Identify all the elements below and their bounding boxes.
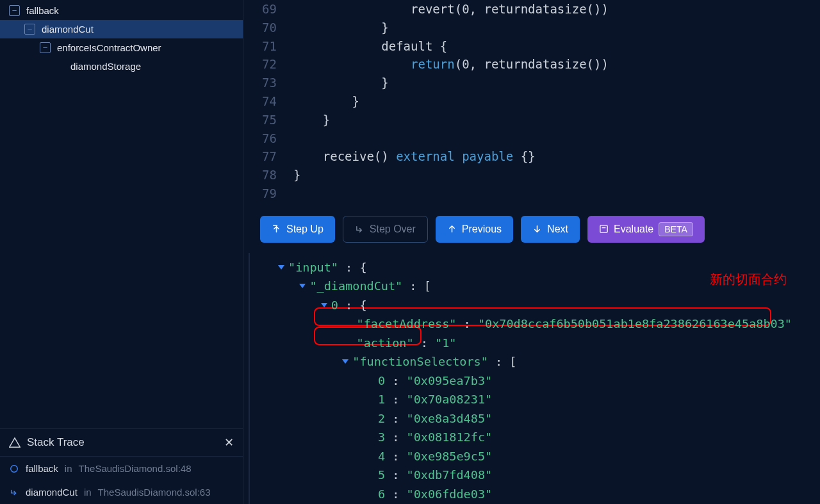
spacer bbox=[0, 77, 243, 428]
code-line: 72 return(0, returndatasize()) bbox=[243, 55, 820, 74]
json-line[interactable]: "_diamondCut" : [ bbox=[278, 277, 820, 296]
stack-trace-body: fallbackinTheSaudisDiamond.sol:48diamond… bbox=[0, 457, 243, 504]
tree-label: fallback bbox=[26, 5, 59, 16]
code-line: 78} bbox=[243, 166, 820, 184]
code-line: 77 receive() external payable {} bbox=[243, 147, 820, 166]
code-line: 74 } bbox=[243, 92, 820, 111]
step-up-label: Step Up bbox=[286, 224, 324, 235]
json-line[interactable]: 0 : { bbox=[278, 296, 820, 315]
json-viewer: 新的切面合约 "input" : { "_diamondCut" : [ 0 :… bbox=[249, 253, 820, 504]
arrow-up-icon bbox=[447, 224, 457, 234]
expand-icon[interactable] bbox=[342, 359, 348, 364]
step-up-button[interactable]: Step Up bbox=[260, 216, 335, 243]
expand-icon[interactable] bbox=[299, 284, 306, 288]
code-line: 70 } bbox=[243, 19, 820, 37]
stack-func: diamondCut bbox=[26, 487, 78, 498]
code-text: } bbox=[293, 92, 359, 111]
main-pane: 69 revert(0, returndatasize())70 }71 def… bbox=[243, 0, 820, 504]
stack-row[interactable]: diamondCutinTheSaudisDiamond.sol:63 bbox=[0, 480, 243, 504]
stack-in: in bbox=[65, 463, 72, 474]
warning-icon bbox=[9, 437, 20, 448]
code-editor: 69 revert(0, returndatasize())70 }71 def… bbox=[243, 0, 820, 203]
close-icon[interactable]: ✕ bbox=[224, 435, 234, 450]
code-text: revert(0, returndatasize()) bbox=[293, 0, 609, 19]
stack-row[interactable]: fallbackinTheSaudisDiamond.sol:48 bbox=[0, 457, 243, 480]
previous-label: Previous bbox=[462, 224, 502, 235]
stack-location: TheSaudisDiamond.sol:63 bbox=[98, 487, 211, 498]
json-line[interactable]: 3 : "0x081812fc" bbox=[278, 428, 820, 447]
step-over-button[interactable]: Step Over bbox=[343, 216, 428, 243]
json-line[interactable]: 4 : "0xe985e9c5" bbox=[278, 447, 820, 466]
step-over-label: Step Over bbox=[370, 224, 416, 235]
json-line[interactable]: 0 : "0x095ea7b3" bbox=[278, 371, 820, 391]
line-number: 69 bbox=[243, 0, 293, 19]
evaluate-label: Evaluate bbox=[614, 224, 653, 235]
code-line: 71 default { bbox=[243, 37, 820, 56]
tree-label: enforceIsContractOwner bbox=[57, 42, 161, 53]
code-line: 79 bbox=[243, 184, 820, 203]
line-number: 71 bbox=[243, 37, 293, 56]
code-text: } bbox=[293, 111, 330, 129]
collapse-icon[interactable]: − bbox=[9, 5, 20, 16]
line-number: 70 bbox=[243, 19, 293, 37]
enter-icon bbox=[9, 487, 19, 498]
json-line[interactable]: "input" : { bbox=[278, 258, 820, 277]
tree-label: diamondCut bbox=[42, 24, 94, 35]
line-number: 78 bbox=[243, 166, 293, 184]
expand-icon[interactable] bbox=[321, 303, 327, 307]
line-number: 79 bbox=[243, 184, 293, 203]
collapse-icon[interactable]: − bbox=[40, 42, 51, 53]
code-text: } bbox=[293, 19, 389, 37]
stack-trace-header: Stack Trace ✕ bbox=[0, 428, 243, 457]
code-text: return(0, returndatasize()) bbox=[293, 55, 609, 74]
json-line[interactable]: 5 : "0xdb7fd408" bbox=[278, 466, 820, 485]
json-line[interactable]: "facetAddress" : "0x70d8ccaf6b50b051ab1e… bbox=[278, 314, 820, 334]
debug-toolbar: Step Up Step Over Previous Next Evaluate bbox=[243, 203, 820, 253]
code-line: 69 revert(0, returndatasize()) bbox=[243, 0, 820, 19]
stack-location: TheSaudisDiamond.sol:48 bbox=[79, 463, 192, 474]
arrow-down-icon bbox=[532, 224, 542, 234]
code-text: receive() external payable {} bbox=[293, 147, 536, 166]
stack-trace-title: Stack Trace bbox=[27, 436, 224, 449]
line-number: 73 bbox=[243, 74, 293, 92]
json-line[interactable]: 1 : "0x70a08231" bbox=[278, 390, 820, 409]
json-line[interactable]: 2 : "0xe8a3d485" bbox=[278, 409, 820, 428]
arrow-over-icon bbox=[355, 224, 365, 234]
stack-func: fallback bbox=[26, 463, 58, 474]
call-tree: −fallback−diamondCut−enforceIsContractOw… bbox=[0, 0, 243, 77]
tree-item-fallback[interactable]: −fallback bbox=[0, 1, 243, 20]
next-label: Next bbox=[547, 224, 568, 235]
expand-icon[interactable] bbox=[278, 265, 284, 270]
line-number: 74 bbox=[243, 92, 293, 111]
tree-item-diamondStorage[interactable]: diamondStorage bbox=[0, 57, 243, 76]
tree-label: diamondStorage bbox=[70, 61, 141, 72]
next-button[interactable]: Next bbox=[521, 216, 580, 243]
calculator-icon bbox=[599, 224, 609, 234]
sidebar: −fallback−diamondCut−enforceIsContractOw… bbox=[0, 0, 243, 504]
code-text: } bbox=[293, 166, 300, 184]
previous-button[interactable]: Previous bbox=[436, 216, 513, 243]
arrow-up-out-icon bbox=[272, 224, 281, 234]
code-line: 76 bbox=[243, 129, 820, 148]
line-number: 72 bbox=[243, 55, 293, 74]
code-line: 75 } bbox=[243, 111, 820, 129]
tree-item-diamondCut[interactable]: −diamondCut bbox=[0, 20, 243, 38]
circle-icon bbox=[9, 464, 19, 474]
line-number: 75 bbox=[243, 111, 293, 129]
code-text: } bbox=[293, 74, 389, 92]
json-line[interactable]: "functionSelectors" : [ bbox=[278, 352, 820, 371]
code-line: 73 } bbox=[243, 74, 820, 92]
tree-item-enforceIsContractOwner[interactable]: −enforceIsContractOwner bbox=[0, 38, 243, 57]
line-number: 76 bbox=[243, 129, 293, 148]
evaluate-button[interactable]: Evaluate BETA bbox=[587, 216, 705, 243]
svg-rect-1 bbox=[600, 225, 607, 232]
code-text: default { bbox=[293, 37, 447, 56]
collapse-icon[interactable]: − bbox=[24, 24, 35, 35]
json-line[interactable]: 6 : "0x06fdde03" bbox=[278, 485, 820, 504]
svg-point-0 bbox=[11, 465, 18, 472]
beta-badge: BETA bbox=[659, 222, 693, 236]
json-line[interactable]: "action" : "1" bbox=[278, 334, 820, 353]
line-number: 77 bbox=[243, 147, 293, 166]
stack-in: in bbox=[84, 487, 92, 498]
